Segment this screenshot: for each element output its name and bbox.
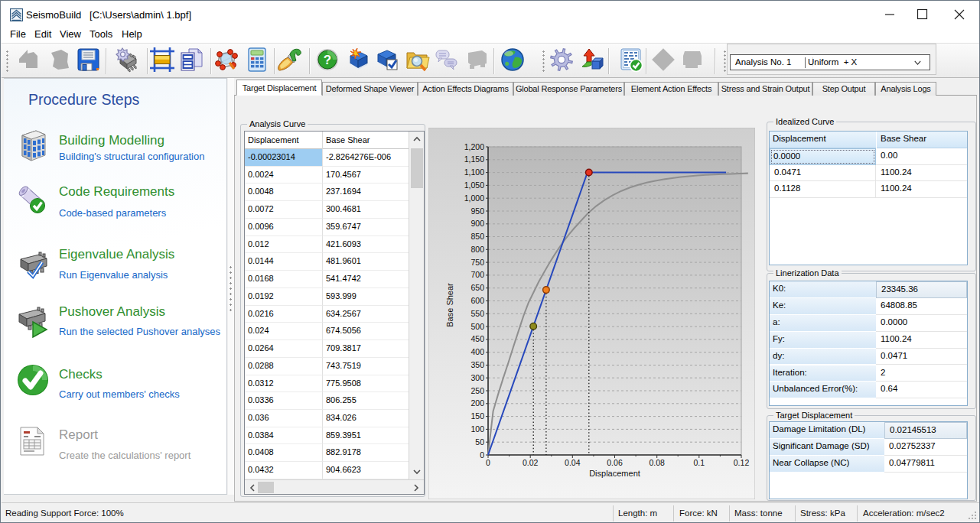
svg-text:0: 0 (486, 458, 490, 467)
svg-text:Displacement: Displacement (589, 469, 640, 478)
svg-text:650: 650 (470, 283, 484, 292)
svg-text:500: 500 (470, 322, 484, 331)
svg-text:350: 350 (470, 360, 484, 369)
svg-text:700: 700 (470, 270, 484, 279)
svg-text:300: 300 (470, 373, 484, 382)
svg-text:?: ? (324, 53, 331, 67)
svg-text:Base Shear: Base Shear (445, 283, 454, 327)
svg-text:0.04: 0.04 (565, 458, 581, 467)
svg-text:900: 900 (470, 219, 484, 228)
svg-text:100: 100 (470, 424, 484, 434)
svg-text:0.12: 0.12 (734, 458, 750, 467)
svg-text:850: 850 (470, 232, 484, 241)
svg-text:1,200: 1,200 (464, 142, 484, 151)
svg-text:150: 150 (470, 411, 484, 421)
svg-text:1,100: 1,100 (464, 167, 484, 177)
svg-text:800: 800 (470, 245, 484, 254)
svg-text:200: 200 (470, 398, 484, 408)
svg-text:450: 450 (470, 334, 484, 343)
svg-text:550: 550 (470, 309, 484, 318)
svg-text:1,000: 1,000 (464, 193, 484, 203)
svg-text:1,050: 1,050 (464, 180, 484, 190)
svg-text:400: 400 (470, 347, 484, 356)
svg-text:750: 750 (470, 258, 484, 267)
svg-text:0.06: 0.06 (607, 458, 623, 467)
svg-text:950: 950 (470, 206, 484, 216)
svg-text:250: 250 (470, 386, 484, 395)
svg-text:0: 0 (480, 450, 484, 460)
svg-text:600: 600 (470, 296, 484, 305)
svg-text:50: 50 (475, 437, 484, 447)
svg-text:0.1: 0.1 (693, 458, 705, 467)
svg-text:0.08: 0.08 (649, 458, 665, 467)
svg-text:0.02: 0.02 (523, 458, 539, 467)
svg-text:1,150: 1,150 (464, 154, 484, 164)
